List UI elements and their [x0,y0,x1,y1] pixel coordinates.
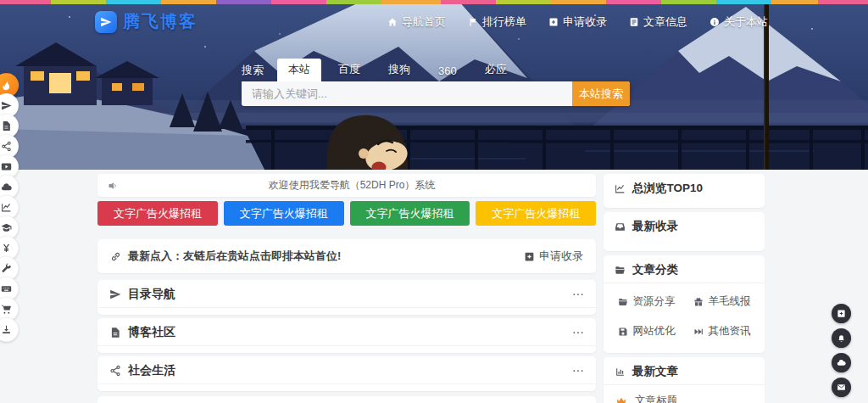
link-icon [110,251,121,262]
float-notification-button[interactable] [832,328,851,348]
bullhorn-icon [108,181,118,191]
search-button[interactable]: 本站搜索 [572,81,630,106]
ad-button-red[interactable]: 文字广告火爆招租 [97,201,218,226]
rainbow-strip [0,0,868,4]
nav-item-home[interactable]: 导航首页 [387,14,446,30]
info-icon [709,17,720,27]
site-title: 腾飞博客 [123,10,198,33]
search-engine-tabs: 搜索 本站 百度 搜狗 360 必应 [242,62,630,81]
widget-body [604,201,765,208]
search-area: 搜索 本站 百度 搜狗 360 必应 本站搜索 [242,62,630,106]
apply-inclusion-label: 申请收录 [539,249,583,264]
side-column: 总浏览TOP10 最新收录 文章分类 资源分享 [604,174,765,403]
share-nodes-icon [1,141,12,152]
widget-header: 最新收录 [604,212,765,239]
inbox-icon [615,221,626,232]
ad-button-yellow[interactable]: 文字广告火爆招租 [476,201,596,226]
ad-button-blue[interactable]: 文字广告火爆招租 [224,201,344,226]
nav-label: 排行榜单 [482,14,526,30]
apply-inclusion-link[interactable]: 申请收录 [524,249,583,264]
home-icon [387,17,398,27]
tab-360[interactable]: 360 [427,61,468,81]
float-cloud-button[interactable] [832,353,851,372]
widget-latest-included: 最新收录 [604,212,765,251]
nav-label: 导航首页 [402,14,446,30]
notice-bar: 欢迎使用我爱导航（52DH Pro）系统 [97,174,596,197]
tab-bing[interactable]: 必应 [474,59,518,81]
more-icon[interactable] [572,365,584,377]
notice-text: 欢迎使用我爱导航（52DH Pro）系统 [118,178,586,193]
section-body [97,345,596,353]
category-deals[interactable]: 羊毛线报 [684,290,760,313]
latest-links-bar: 最新点入：友链后在贵站点击即排本站首位! 申请收录 [97,239,596,273]
chart-line-icon [1,202,12,213]
category-resources[interactable]: 资源分享 [609,290,684,313]
float-apply-button[interactable] [832,304,851,323]
nav-item-ranking[interactable]: 排行榜单 [468,14,526,30]
latest-links-text: 最新点入：友链后在贵站点击即排本站首位! [128,249,524,264]
site-header: 腾飞博客 导航首页 排行榜单 申请收录 文章信息 关于本站 [95,10,768,33]
widget-body [604,239,765,251]
section-header: 博客社区 [97,318,596,345]
dock-item-download[interactable] [0,317,19,342]
floppy-icon [618,327,628,337]
section-title: 博客社区 [128,325,565,340]
article-title: 文章标题 [635,394,677,403]
cart-icon [1,304,12,315]
video-icon [1,161,12,172]
category-label: 其他资讯 [709,324,751,339]
category-grid: 资源分享 羊毛线报 网站优化 其他资讯 [604,283,765,353]
cloud-icon [1,182,12,193]
section-directory-nav: 目录导航 [97,280,596,315]
download-icon [1,324,12,335]
widget-header: 最新文章 [604,357,765,384]
keyboard-icon [1,283,12,294]
category-seo[interactable]: 网站优化 [609,320,684,343]
category-other-news[interactable]: 其他资讯 [684,320,760,343]
article-item[interactable]: 文章标题 [604,385,765,403]
cloud-icon [837,358,846,367]
nav-label: 文章信息 [643,14,687,30]
search-input[interactable] [242,81,572,106]
more-icon[interactable] [572,327,584,339]
widget-body: 文章标题 [604,384,765,403]
nav-label: 申请收录 [563,14,607,30]
widget-title: 最新收录 [632,219,754,234]
section-blog-community: 博客社区 [97,318,596,353]
section-header: 社会生活 [97,356,596,383]
tab-sogou[interactable]: 搜狗 [377,59,421,81]
widget-title: 最新文章 [632,364,754,379]
more-icon[interactable] [572,288,584,300]
widget-header: 文章分类 [604,255,765,283]
folder-open-icon [615,265,626,276]
tab-this-site[interactable]: 本站 [277,59,321,81]
nav-label: 关于本站 [724,14,768,30]
widget-body: 资源分享 羊毛线报 网站优化 其他资讯 [604,283,765,353]
category-label: 网站优化 [633,324,676,339]
section-title: 社会生活 [128,363,565,378]
ad-button-green[interactable]: 文字广告火爆招租 [350,201,470,226]
forward-icon [693,327,704,337]
widget-top10: 总浏览TOP10 [604,174,765,208]
logo-icon [95,11,117,33]
nav-item-apply[interactable]: 申请收录 [548,14,607,30]
nav-item-articles[interactable]: 文章信息 [629,14,687,30]
folder-open-icon [618,297,628,307]
chart-bar-icon [615,367,626,378]
wrench-icon [1,263,12,274]
widget-header: 总浏览TOP10 [604,174,765,201]
tab-baidu[interactable]: 百度 [327,59,371,81]
section-body [97,307,596,315]
float-email-button[interactable] [832,378,851,397]
search-label: 搜索 [242,63,264,78]
file-icon [109,327,121,339]
section-title: 目录导航 [128,287,565,302]
page: 腾飞博客 导航首页 排行榜单 申请收录 文章信息 关于本站 搜索 本站 百度 搜… [0,0,868,403]
book-icon [629,17,639,27]
site-logo[interactable]: 腾飞博客 [95,10,198,33]
ads-row: 文字广告火爆招租 文字广告火爆招租 文字广告火爆招租 文字广告火爆招租 [97,201,596,226]
main-column: 欢迎使用我爱导航（52DH Pro）系统 文字广告火爆招租 文字广告火爆招租 文… [97,174,596,403]
section-partial [97,396,596,403]
nav-item-about[interactable]: 关于本站 [709,14,768,30]
widget-latest-articles: 最新文章 文章标题 [604,357,765,403]
